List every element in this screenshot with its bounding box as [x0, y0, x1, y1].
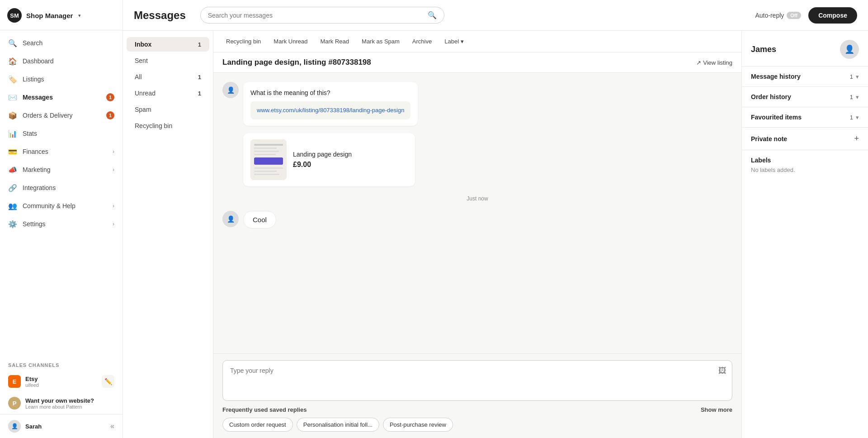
- product-thumbnail: [250, 139, 287, 180]
- svg-rect-2: [254, 148, 277, 149]
- reply-box[interactable]: 🖼: [222, 360, 732, 401]
- marketing-nav-label: Marketing: [23, 166, 107, 173]
- sidebar-item-finances[interactable]: 💳 Finances ›: [0, 143, 123, 161]
- etsy-channel-item[interactable]: E Etsy uifeed ✏️: [0, 371, 123, 392]
- filter-unread-label: Unread: [135, 90, 156, 97]
- auto-reply-toggle[interactable]: Auto-reply Off: [755, 12, 802, 19]
- saved-reply-chip-2[interactable]: Post-purchase review: [383, 418, 453, 432]
- right-panel: James 👤 Message history 1 ▾ Order histor…: [741, 31, 868, 438]
- cool-bubble[interactable]: Cool: [243, 211, 276, 229]
- settings-arrow-icon: ›: [113, 221, 114, 227]
- filter-all[interactable]: All 1: [127, 70, 209, 84]
- message-text: What is the meaning of this?: [250, 89, 330, 96]
- orders-nav-icon: 📦: [8, 111, 17, 120]
- integrations-nav-icon: 🔗: [8, 183, 17, 192]
- content-area: Inbox 1 Sent All 1 Unread 1 Spam Recycli…: [123, 31, 868, 438]
- collapse-sidebar-button[interactable]: «: [110, 422, 114, 430]
- messages-badge: 1: [106, 93, 114, 101]
- user-avatar: 👤: [8, 420, 21, 433]
- sidebar-item-listings[interactable]: 🏷️ Listings: [0, 70, 123, 88]
- message-bubble: What is the meaning of this? www.etsy.co…: [243, 82, 418, 126]
- message-history-caret-icon: ▾: [856, 73, 859, 80]
- finances-nav-icon: 💳: [8, 147, 17, 156]
- sidebar-header[interactable]: SM Shop Manager ▾: [0, 0, 123, 30]
- filter-spam-label: Spam: [135, 106, 151, 113]
- toolbar-mark-spam-button[interactable]: Mark as Spam: [356, 35, 405, 48]
- view-listing-label: View listing: [703, 59, 732, 66]
- toolbar-mark-read-button[interactable]: Mark Read: [315, 35, 354, 48]
- right-section-message-history[interactable]: Message history 1 ▾: [742, 66, 868, 86]
- filter-unread[interactable]: Unread 1: [127, 86, 209, 100]
- order-history-row[interactable]: Order history 1 ▾: [751, 93, 859, 100]
- stats-nav-label: Stats: [23, 130, 114, 137]
- favourited-items-row[interactable]: Favourited items 1 ▾: [751, 114, 859, 121]
- no-labels-text: No labels added.: [751, 167, 859, 173]
- right-section-favourited-items[interactable]: Favourited items 1 ▾: [742, 107, 868, 127]
- sidebar-item-settings[interactable]: ⚙️ Settings ›: [0, 215, 123, 233]
- compose-button[interactable]: Compose: [808, 7, 857, 24]
- message-timestamp: Just now: [222, 195, 732, 202]
- image-attach-icon[interactable]: 🖼: [718, 366, 726, 376]
- pattern-channel-sub: Learn more about Pattern: [25, 404, 114, 409]
- reply-input[interactable]: [230, 367, 725, 394]
- sidebar-item-orders[interactable]: 📦 Orders & Delivery 1: [0, 106, 123, 124]
- toolbar-mark-unread-button[interactable]: Mark Unread: [268, 35, 313, 48]
- messages-nav-label: Messages: [23, 94, 101, 101]
- svg-rect-5: [254, 157, 283, 165]
- conversation-toolbar: Recycling binMark UnreadMark ReadMark as…: [213, 31, 741, 52]
- search-nav-label: Search: [23, 39, 114, 47]
- search-bar[interactable]: 🔍: [200, 7, 444, 24]
- right-section-order-history[interactable]: Order history 1 ▾: [742, 86, 868, 107]
- saved-reply-chip-0[interactable]: Custom order request: [222, 418, 293, 432]
- conversation-subject-title: Landing page design, listing #807338198: [222, 58, 371, 67]
- sidebar-item-stats[interactable]: 📊 Stats: [0, 124, 123, 143]
- listings-nav-label: Listings: [23, 76, 114, 83]
- pattern-channel-item[interactable]: P Want your own website? Learn more abou…: [0, 392, 123, 414]
- svg-rect-7: [254, 171, 277, 172]
- edit-channel-button[interactable]: ✏️: [102, 375, 114, 388]
- pattern-icon: P: [8, 397, 21, 409]
- message-history-row[interactable]: Message history 1 ▾: [751, 73, 859, 80]
- message-link[interactable]: www.etsy.com/uk/listing/807338198/landin…: [250, 101, 410, 119]
- sales-channels-label: SALES CHANNELS: [0, 356, 123, 371]
- saved-replies-title: Frequently used saved replies: [222, 406, 307, 413]
- top-header: Messages 🔍 Auto-reply Off Compose: [123, 0, 868, 31]
- filter-spam[interactable]: Spam: [127, 102, 209, 117]
- toolbar-archive-button[interactable]: Archive: [407, 35, 437, 48]
- svg-rect-8: [254, 174, 279, 175]
- add-private-note-icon[interactable]: +: [854, 134, 859, 143]
- settings-nav-icon: ⚙️: [8, 219, 17, 229]
- right-sections: Message history 1 ▾ Order history 1 ▾ Fa…: [742, 66, 868, 127]
- etsy-channel-sub: uifeed: [25, 382, 97, 388]
- private-note-section[interactable]: Private note +: [742, 127, 868, 150]
- filter-inbox-label: Inbox: [135, 41, 151, 48]
- pattern-channel-name: Want your own website?: [25, 397, 114, 404]
- filter-recycling[interactable]: Recycling bin: [127, 119, 209, 133]
- view-listing-link[interactable]: ↗ View listing: [696, 59, 732, 66]
- community-nav-icon: 👥: [8, 201, 17, 210]
- search-input[interactable]: [208, 12, 424, 19]
- listings-nav-icon: 🏷️: [8, 75, 17, 84]
- auto-reply-label: Auto-reply: [755, 12, 784, 19]
- sidebar-item-dashboard[interactable]: 🏠 Dashboard: [0, 52, 123, 70]
- saved-reply-chip-1[interactable]: Personalisation initial foll...: [297, 418, 379, 432]
- toolbar-label-button[interactable]: Label ▾: [439, 35, 469, 48]
- filter-inbox[interactable]: Inbox 1: [127, 37, 209, 52]
- community-nav-label: Community & Help: [23, 202, 107, 209]
- show-more-button[interactable]: Show more: [701, 406, 732, 413]
- filter-recycling-label: Recycling bin: [135, 122, 172, 129]
- sidebar-item-marketing[interactable]: 📣 Marketing ›: [0, 161, 123, 179]
- finances-nav-label: Finances: [23, 148, 107, 155]
- filter-unread-count: 1: [198, 90, 201, 97]
- sidebar-item-messages[interactable]: ✉️ Messages 1: [0, 88, 123, 106]
- sidebar-item-search[interactable]: 🔍 Search: [0, 34, 123, 52]
- sidebar-item-community[interactable]: 👥 Community & Help ›: [0, 197, 123, 215]
- integrations-nav-label: Integrations: [23, 184, 114, 191]
- filter-sent[interactable]: Sent: [127, 53, 209, 68]
- sidebar-item-integrations[interactable]: 🔗 Integrations: [0, 179, 123, 197]
- search-nav-icon: 🔍: [8, 38, 17, 48]
- right-user-avatar: 👤: [840, 40, 859, 59]
- svg-rect-3: [254, 151, 279, 152]
- toolbar-recycling-button[interactable]: Recycling bin: [221, 35, 266, 48]
- view-listing-arrow: ↗: [696, 59, 701, 66]
